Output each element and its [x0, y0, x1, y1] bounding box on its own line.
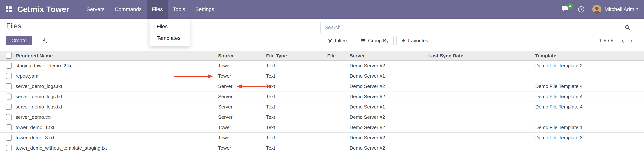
cell-template: Demo File Template 1	[535, 125, 640, 130]
menu-tools[interactable]: Tools	[168, 0, 190, 19]
table-row[interactable]: server_demo_logs.txt Server Text Demo Se…	[0, 91, 644, 102]
row-checkbox[interactable]	[6, 83, 12, 89]
table-row[interactable]: tower_demo_without_template_staging.txt …	[0, 143, 644, 153]
cell-file-type: Text	[266, 83, 327, 89]
cell-template: Demo File Template 4	[535, 94, 640, 99]
clock-icon	[578, 6, 585, 13]
row-checkbox[interactable]	[6, 104, 12, 110]
cell-server: Demo Server #2	[350, 114, 428, 120]
favorites-label: Favorites	[408, 38, 428, 44]
menu-servers[interactable]: Servers	[82, 0, 110, 19]
cell-file-type: Text	[266, 104, 327, 110]
cell-source: Tower	[218, 73, 266, 79]
create-button[interactable]: Create	[6, 36, 32, 45]
row-checkbox[interactable]	[6, 93, 12, 99]
favorites-button[interactable]: ★ Favorites	[396, 36, 433, 45]
main-menu: Servers Commands Files Files Templates T…	[82, 0, 219, 19]
app-brand[interactable]: Cetmix Tower	[17, 5, 70, 14]
menu-settings[interactable]: Settings	[190, 0, 219, 19]
group-by-lines-icon	[361, 38, 366, 43]
row-select-cell	[0, 73, 16, 79]
dropdown-item-templates[interactable]: Templates	[150, 32, 190, 44]
table-row[interactable]: server_demo_logs.txt Server Text Demo Se…	[0, 81, 644, 91]
search-bar	[320, 22, 635, 33]
row-checkbox[interactable]	[6, 135, 12, 141]
cell-rendered-name: server_demo_logs.txt	[16, 94, 218, 99]
cell-rendered-name: server_demo_logs.txt	[16, 104, 218, 110]
row-select-cell	[0, 83, 16, 89]
search-options: Filters Group By ★ Favorites	[323, 36, 433, 45]
apps-grid-icon[interactable]	[6, 6, 12, 12]
star-icon: ★	[401, 38, 406, 43]
table-row[interactable]: staging_tower_demo_2.txt Tower Text Demo…	[0, 61, 644, 71]
filters-button[interactable]: Filters	[323, 36, 353, 45]
row-checkbox[interactable]	[6, 63, 12, 69]
table-row[interactable]: repos.yaml Tower Text Demo Server #1	[0, 71, 644, 81]
table-body: staging_tower_demo_2.txt Tower Text Demo…	[0, 61, 644, 153]
row-select-cell	[0, 135, 16, 141]
cell-file-type: Text	[266, 135, 327, 141]
cell-rendered-name: tower_demo_1.txt	[16, 125, 218, 130]
dropdown-item-files[interactable]: Files	[150, 21, 190, 32]
cell-rendered-name: server_demo.txt	[16, 114, 218, 120]
column-header-last-sync-date[interactable]: Last Sync Date	[428, 53, 535, 59]
cell-server: Demo Server #2	[350, 125, 428, 130]
column-header-template[interactable]: Template	[535, 53, 640, 59]
activities-button[interactable]	[578, 6, 585, 13]
filter-funnel-icon	[328, 38, 332, 43]
menu-files[interactable]: Files Files Templates	[147, 0, 168, 19]
row-checkbox[interactable]	[6, 145, 12, 151]
user-name: Mitchell Admin	[604, 6, 638, 12]
select-all-checkbox[interactable]	[6, 53, 12, 59]
pager-next-button[interactable]: ›	[628, 37, 635, 44]
cell-source: Server	[218, 94, 266, 99]
column-header-server[interactable]: Server	[350, 53, 428, 59]
filters-label: Filters	[335, 38, 348, 44]
cell-template: Demo File Template 2	[535, 63, 640, 69]
table-header-row: Rendered Name Source File Type File Serv…	[0, 51, 644, 61]
row-select-cell	[0, 114, 16, 120]
column-header-file[interactable]: File	[327, 53, 350, 59]
cell-file-type: Text	[266, 145, 327, 151]
column-header-rendered-name[interactable]: Rendered Name	[16, 53, 218, 59]
column-header-file-type[interactable]: File Type	[266, 53, 327, 59]
menu-commands[interactable]: Commands	[110, 0, 147, 19]
row-checkbox[interactable]	[6, 73, 12, 79]
export-button[interactable]	[41, 37, 48, 44]
search-input[interactable]	[325, 25, 625, 30]
navbar-right: 4 Mitchell Admin	[561, 0, 638, 19]
group-by-button[interactable]: Group By	[356, 36, 394, 45]
cell-source: Server	[218, 114, 266, 120]
header-extra-cell: ⋮	[640, 53, 644, 59]
table-row[interactable]: server_demo_logs.txt Server Text Demo Se…	[0, 102, 644, 112]
table-row[interactable]: tower_demo_3.txt Tower Text Demo Server …	[0, 133, 644, 143]
messages-badge: 4	[567, 3, 573, 9]
row-select-cell	[0, 93, 16, 99]
cell-server: Demo Server #2	[350, 135, 428, 141]
cell-source: Tower	[218, 145, 266, 151]
control-panel: Files Create Filters	[0, 19, 644, 51]
pager: 1-9 / 9 ‹ ›	[599, 36, 635, 45]
cell-file-type: Text	[266, 114, 327, 120]
navbar-left: Cetmix Tower	[6, 0, 82, 19]
column-header-source[interactable]: Source	[218, 53, 266, 59]
cell-template: Demo File Template 3	[535, 135, 640, 141]
table-row[interactable]: server_demo.txt Server Text Demo Server …	[0, 112, 644, 122]
user-menu[interactable]: Mitchell Admin	[592, 5, 638, 14]
messages-button[interactable]: 4	[561, 5, 570, 13]
row-checkbox[interactable]	[6, 124, 12, 130]
pager-previous-button[interactable]: ‹	[619, 37, 626, 44]
pager-range: 1-9 / 9	[599, 38, 614, 44]
cell-server: Demo Server #2	[350, 83, 428, 89]
row-checkbox[interactable]	[6, 114, 12, 120]
cell-file-type: Text	[266, 63, 327, 69]
cell-rendered-name: tower_demo_3.txt	[16, 135, 218, 141]
header-select-cell	[0, 53, 16, 59]
cell-file-type: Text	[266, 125, 327, 130]
table-row[interactable]: tower_demo_1.txt Tower Text Demo Server …	[0, 122, 644, 133]
search-icon[interactable]	[625, 24, 631, 30]
top-navbar: Cetmix Tower Servers Commands Files File…	[0, 0, 644, 19]
cell-source: Tower	[218, 125, 266, 130]
cell-rendered-name: staging_tower_demo_2.txt	[16, 63, 218, 69]
cell-template: Demo File Template 4	[535, 83, 640, 89]
